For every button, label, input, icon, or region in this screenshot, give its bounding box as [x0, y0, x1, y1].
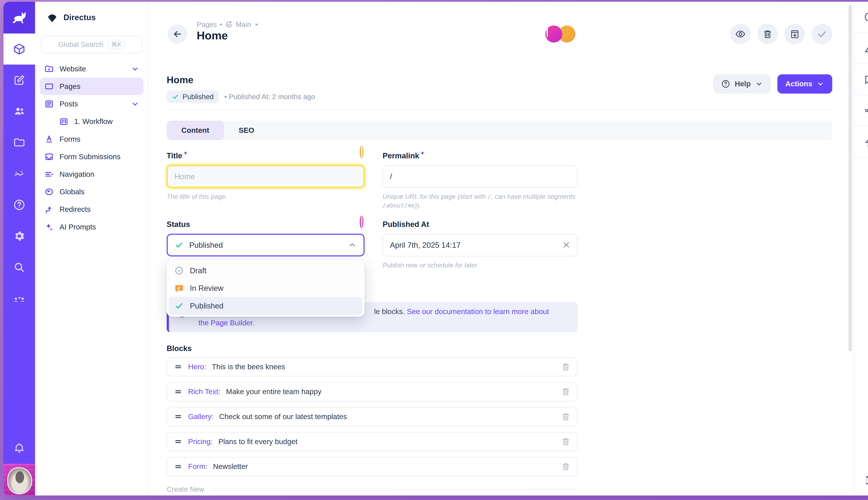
sidebar-item-forms[interactable]: Forms	[40, 130, 144, 148]
status-dropdown: Draft In Review Published	[167, 260, 365, 317]
block-row-form[interactable]: Form: Newsletter	[167, 457, 578, 476]
create-new-label[interactable]: Create New	[167, 485, 204, 493]
check-icon	[174, 240, 183, 249]
block-type: Hero:	[188, 363, 206, 371]
tree-root-label: Website	[59, 65, 86, 73]
block-row-gallery[interactable]: Gallery: Check out some of our latest te…	[167, 407, 578, 426]
chevron-down-icon[interactable]	[131, 65, 139, 73]
tab-seo[interactable]: SEO	[224, 121, 269, 140]
breadcrumb-collection[interactable]: Pages	[197, 21, 217, 29]
tab-content[interactable]: Content	[167, 121, 224, 140]
project-logo-icon	[47, 12, 58, 23]
drag-handle-icon[interactable]	[174, 412, 182, 421]
permalink-input[interactable]	[382, 165, 578, 188]
trash-icon	[763, 29, 773, 39]
breadcrumb[interactable]: Pages • Main	[197, 21, 260, 29]
module-settings[interactable]	[3, 220, 35, 252]
back-button[interactable]	[168, 24, 187, 44]
status-option-label: In Review	[190, 284, 224, 293]
sidebar-item-redirects[interactable]: Redirects	[40, 201, 144, 218]
sidebar-item-label: Forms	[59, 135, 80, 144]
breadcrumb-separator: •	[220, 21, 222, 29]
chevron-down-icon[interactable]	[131, 100, 139, 108]
published-at-label: Published At	[382, 220, 578, 229]
share-icon	[864, 105, 868, 116]
sidebar-item-posts[interactable]: Posts	[40, 95, 144, 113]
block-text: Plans to fit every budget	[218, 438, 297, 446]
module-search[interactable]	[3, 252, 35, 283]
delete-block-button[interactable]	[561, 412, 570, 421]
close-icon	[562, 240, 571, 249]
drag-handle-icon[interactable]	[174, 437, 182, 446]
status-option-published[interactable]: Published	[169, 297, 362, 315]
module-translations[interactable]	[3, 283, 35, 314]
global-search[interactable]: Global Search ⌘K	[41, 36, 142, 53]
project-header[interactable]: Directus	[35, 2, 148, 30]
drag-handle-icon[interactable]	[174, 387, 182, 396]
notifications-bell[interactable]	[3, 432, 35, 464]
title-label: Title✦	[167, 150, 365, 160]
directus-rabbit-logo[interactable]	[3, 2, 35, 34]
breadcrumb-version[interactable]: Main	[236, 21, 251, 29]
module-help[interactable]	[3, 190, 35, 221]
sidebar-item-globals[interactable]: Globals	[40, 183, 144, 201]
module-users[interactable]	[3, 96, 35, 127]
sidebar-item-navigation[interactable]: Navigation	[40, 166, 144, 183]
workflow-icon	[59, 117, 69, 127]
shares-panel-button[interactable]	[854, 95, 868, 127]
avatar-face	[7, 467, 32, 495]
comment-icon	[864, 74, 868, 85]
status-select[interactable]: Published	[167, 234, 365, 257]
delete-block-button[interactable]	[561, 462, 570, 471]
delete-block-button[interactable]	[561, 387, 570, 396]
pending-tasks-button[interactable]	[854, 464, 868, 496]
status-option-draft[interactable]: Draft	[169, 262, 362, 280]
archive-button[interactable]	[785, 24, 805, 44]
avatar-user-2[interactable]	[360, 146, 363, 158]
title-input[interactable]	[167, 165, 365, 188]
module-files[interactable]	[3, 127, 35, 158]
help-button-label: Help	[735, 80, 751, 88]
scrollbar[interactable]	[848, 4, 852, 351]
search-shortcut: ⌘K	[108, 40, 125, 49]
tree-root-website[interactable]: Website	[40, 60, 144, 78]
drag-handle-icon[interactable]	[174, 363, 182, 371]
sidebar-item-form-submissions[interactable]: Form Submissions	[40, 148, 144, 166]
create-new[interactable]: Create New	[167, 485, 578, 493]
avatar-user-1[interactable]	[360, 216, 363, 228]
status-option-in-review[interactable]: In Review	[169, 280, 362, 297]
info-panel-button[interactable]	[854, 2, 868, 33]
flows-panel-button[interactable]	[854, 126, 868, 158]
comments-panel-button[interactable]	[854, 64, 868, 95]
block-type: Form:	[188, 462, 207, 471]
sidebar-item-workflow[interactable]: 1. Workflow	[40, 113, 144, 130]
edit-icon	[13, 74, 25, 87]
delete-block-button[interactable]	[561, 437, 570, 446]
help-button[interactable]: Help	[713, 74, 770, 93]
actions-button[interactable]: Actions	[777, 74, 832, 93]
collections-tree: Website Pages Posts	[35, 53, 148, 236]
delete-block-button[interactable]	[561, 362, 570, 371]
revisions-panel-button[interactable]: 3	[854, 33, 868, 64]
module-insights[interactable]	[3, 158, 35, 190]
avatar-user-1[interactable]	[545, 25, 562, 43]
clear-date-button[interactable]	[562, 240, 571, 249]
sidebar-item-ai-prompts[interactable]: AI Prompts	[40, 218, 144, 236]
drag-handle-icon[interactable]	[174, 462, 182, 471]
status-label: Status	[167, 220, 365, 229]
chevron-down-icon	[817, 80, 824, 88]
block-row-hero[interactable]: Hero: This is the bees knees	[167, 357, 578, 376]
published-at-input[interactable]	[382, 234, 578, 257]
module-editor[interactable]	[3, 65, 35, 96]
sidebar-item-pages[interactable]: Pages	[40, 78, 144, 95]
status-option-label: Published	[190, 302, 224, 310]
delete-button[interactable]	[757, 24, 778, 44]
module-content[interactable]	[3, 34, 35, 65]
save-button[interactable]	[812, 24, 832, 44]
current-user-avatar[interactable]	[3, 464, 35, 496]
block-row-pricing[interactable]: Pricing: Plans to fit every budget	[167, 432, 578, 451]
global-search-placeholder: Global Search	[58, 41, 103, 49]
block-row-rich-text[interactable]: Rich Text: Make your entire team happy	[167, 382, 578, 401]
caret-down-icon	[254, 22, 260, 27]
preview-button[interactable]	[730, 24, 751, 44]
